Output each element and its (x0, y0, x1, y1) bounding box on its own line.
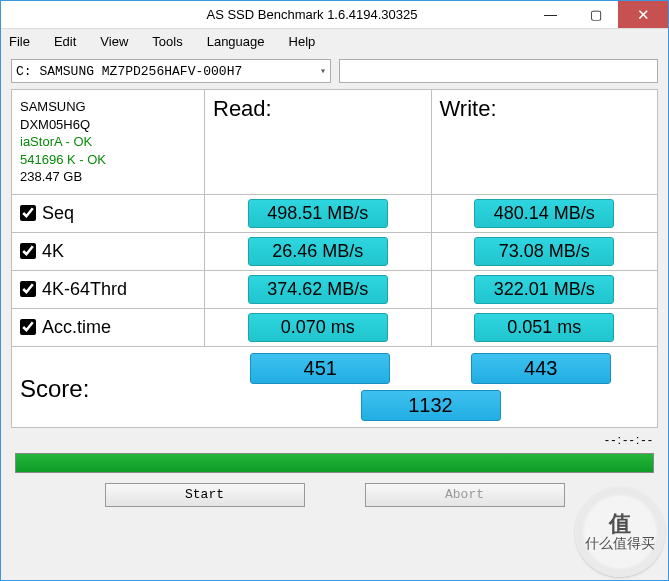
row-4k: 4K 26.46 MB/s 73.08 MB/s (12, 233, 657, 271)
secondary-field[interactable] (339, 59, 658, 83)
4k-label: 4K (42, 241, 64, 262)
watermark-text: 什么值得买 (585, 536, 655, 551)
write-header: Write: (431, 90, 658, 194)
header-row: SAMSUNG DXM05H6Q iaStorA - OK 541696 K -… (12, 90, 657, 195)
abort-button: Abort (365, 483, 565, 507)
menu-edit[interactable]: Edit (54, 34, 76, 49)
score-write: 443 (471, 353, 611, 384)
button-row: Start Abort (1, 481, 668, 515)
progress-bar (15, 453, 654, 473)
acc-label: Acc.time (42, 317, 111, 338)
row-4k64: 4K-64Thrd 374.62 MB/s 322.01 MB/s (12, 271, 657, 309)
drive-info: SAMSUNG DXM05H6Q iaStorA - OK 541696 K -… (12, 90, 204, 194)
start-button[interactable]: Start (105, 483, 305, 507)
menu-file[interactable]: File (9, 34, 30, 49)
minimize-button[interactable]: — (528, 1, 573, 28)
read-header: Read: (204, 90, 431, 194)
titlebar: AS SSD Benchmark 1.6.4194.30325 — ▢ ✕ (1, 1, 668, 29)
window-controls: — ▢ ✕ (528, 1, 668, 28)
drive-selected: C: SAMSUNG MZ7PD256HAFV-000H7 (16, 64, 242, 79)
score-body: 451 443 1132 (204, 347, 657, 427)
drive-row: C: SAMSUNG MZ7PD256HAFV-000H7 ▾ (1, 53, 668, 89)
row-score: Score: 451 443 1132 (12, 347, 657, 427)
4k-checkbox[interactable] (20, 243, 36, 259)
4k64-write: 322.01 MB/s (474, 275, 614, 304)
seq-read: 498.51 MB/s (248, 199, 388, 228)
app-window: AS SSD Benchmark 1.6.4194.30325 — ▢ ✕ Fi… (0, 0, 669, 581)
watermark-icon: 值 什么值得买 (575, 487, 665, 577)
score-label: Score: (12, 347, 204, 427)
4k-write: 73.08 MB/s (474, 237, 614, 266)
seq-checkbox[interactable] (20, 205, 36, 221)
menu-help[interactable]: Help (289, 34, 316, 49)
seq-write: 480.14 MB/s (474, 199, 614, 228)
status-row: --:--:-- (1, 428, 668, 451)
acc-write: 0.051 ms (474, 313, 614, 342)
4k64-checkbox[interactable] (20, 281, 36, 297)
elapsed-time: --:--:-- (605, 432, 654, 447)
close-button[interactable]: ✕ (618, 1, 668, 28)
chevron-down-icon: ▾ (320, 65, 326, 77)
score-total: 1132 (361, 390, 501, 421)
row-acc: Acc.time 0.070 ms 0.051 ms (12, 309, 657, 347)
info-alignment: 541696 K - OK (20, 151, 106, 169)
score-read: 451 (250, 353, 390, 384)
info-capacity: 238.47 GB (20, 168, 106, 186)
results-panel: SAMSUNG DXM05H6Q iaStorA - OK 541696 K -… (11, 89, 658, 428)
acc-checkbox[interactable] (20, 319, 36, 335)
menubar: File Edit View Tools Language Help (1, 29, 668, 53)
watermark-char: 值 (609, 512, 631, 536)
maximize-button[interactable]: ▢ (573, 1, 618, 28)
row-seq: Seq 498.51 MB/s 480.14 MB/s (12, 195, 657, 233)
info-firmware: DXM05H6Q (20, 116, 106, 134)
window-title: AS SSD Benchmark 1.6.4194.30325 (96, 7, 528, 22)
seq-label: Seq (42, 203, 74, 224)
drive-select[interactable]: C: SAMSUNG MZ7PD256HAFV-000H7 ▾ (11, 59, 331, 83)
acc-read: 0.070 ms (248, 313, 388, 342)
4k-read: 26.46 MB/s (248, 237, 388, 266)
4k64-read: 374.62 MB/s (248, 275, 388, 304)
info-driver: iaStorA - OK (20, 133, 106, 151)
menu-tools[interactable]: Tools (152, 34, 182, 49)
4k64-label: 4K-64Thrd (42, 279, 127, 300)
menu-view[interactable]: View (100, 34, 128, 49)
menu-language[interactable]: Language (207, 34, 265, 49)
info-model: SAMSUNG (20, 98, 106, 116)
